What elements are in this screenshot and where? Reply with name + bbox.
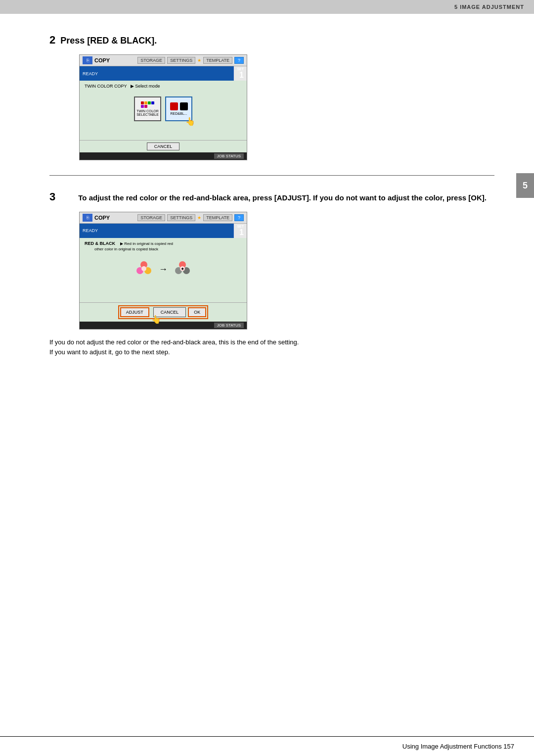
step-2-container: 2 Press [RED & BLACK]. ⎘ COPY STORAGE SE… [49,34,494,160]
star-icon-2: ★ [197,215,201,220]
dot-green [148,101,151,104]
mode-buttons-1: TWIN COLOR SELECTABLE RED&BL... 👆 [85,96,242,121]
page-footer: Using Image Adjustment Functions 157 [0,736,534,756]
red-black-label: RED&BL... [171,112,187,115]
dot-purple [141,105,144,108]
red-icon [170,102,178,110]
note-line-1: If you do not adjust the red color or th… [49,337,494,348]
ready-row-1: READY SET 1 [80,66,247,81]
dot-orange [144,101,147,104]
job-status-bar-1: JOB STATUS [80,152,247,160]
flower-svg-before [135,260,153,278]
red-black-icons [170,102,188,110]
copy-title-2: COPY [94,215,135,221]
screen-body-1: TWIN COLOR COPY ▶ Select mode [80,81,247,140]
svg-point-3 [141,266,146,271]
settings-btn-2[interactable]: SETTINGS [167,214,195,221]
copy-icon-symbol: ⎘ [87,58,89,63]
template-btn-1[interactable]: TEMPLATE [203,57,232,64]
main-content: 2 Press [RED & BLACK]. ⎘ COPY STORAGE SE… [0,14,534,756]
arrow-right-icon: → [159,264,168,275]
copy-header-2: ⎘ COPY STORAGE SETTINGS ★ TEMPLATE ? [80,212,247,224]
dot-pink [144,105,147,108]
set-label-1: SET [237,67,244,71]
highlight-box: ADJUST 👆 CANCEL OK [118,305,209,319]
screen-mode-label-2: RED & BLACK ▶ Red in original is copied … [85,241,242,252]
copy-header-1: ⎘ COPY STORAGE SETTINGS ★ TEMPLATE ? [80,55,247,66]
copy-icon-symbol-2: ⎘ [87,215,89,220]
header-section-label: 5 IMAGE ADJUSTMENT [454,4,524,10]
mode-text-1: TWIN COLOR COPY [85,84,127,89]
job-status-bar-2: JOB STATUS [80,322,247,329]
twin-color-selectable-btn[interactable]: TWIN COLOR SELECTABLE [134,96,161,121]
help-btn-2[interactable]: ? [234,214,244,221]
template-btn-2[interactable]: TEMPLATE [203,214,232,221]
dot-blue [151,101,154,104]
ready-label-2: READY [83,228,98,233]
step-3-title: To adjust the red color or the red-and-b… [78,192,487,204]
step-3-header: 3 To adjust the red color or the red-and… [49,190,494,204]
header-bar: 5 IMAGE ADJUSTMENT [0,0,534,14]
horizontal-rule-1 [49,175,494,176]
black-icon [180,102,188,110]
copy-icon: ⎘ [83,56,92,64]
footer-buttons-2: ADJUST 👆 CANCEL OK [80,302,247,322]
step-2-header: 2 Press [RED & BLACK]. [49,34,494,47]
job-status-btn-1[interactable]: JOB STATUS [214,153,244,159]
ok-button[interactable]: OK [188,307,206,317]
flower-svg-after: ✦ [174,260,191,278]
storage-btn-2[interactable]: STORAGE [137,214,165,221]
footer-text: Using Image Adjustment Functions 157 [402,743,514,750]
dot-red [141,101,144,104]
step-3-number: 3 [49,190,55,203]
screen-mockup-1: ⎘ COPY STORAGE SETTINGS ★ TEMPLATE ? REA… [79,54,247,160]
screen-footer-1: CANCEL [80,140,247,152]
flower-after: ✦ [174,260,191,280]
red-black-btn[interactable]: RED&BL... 👆 [165,96,192,121]
cancel-button-2[interactable]: CANCEL [153,307,186,317]
ready-bar-2: READY [80,224,233,238]
flower-before [135,260,153,280]
set-number-2: SET 1 [233,224,247,238]
adjust-button[interactable]: ADJUST [120,307,149,317]
set-value-2: 1 [237,228,244,237]
screen-mode-label-1: TWIN COLOR COPY ▶ Select mode [85,84,242,89]
screen-body-2: RED & BLACK ▶ Red in original is copied … [80,238,247,302]
job-status-btn-2[interactable]: JOB STATUS [214,323,244,328]
star-icon-1: ★ [197,58,201,63]
set-number-1: SET 1 [233,66,247,81]
ready-label-1: READY [83,71,98,76]
copy-icon-2: ⎘ [83,214,92,222]
ready-row-2: READY SET 1 [80,224,247,238]
ready-bar-1: READY [80,66,233,81]
mode-arrow-1: ▶ Select mode [131,84,160,89]
mode-text-2: RED & BLACK [85,241,115,246]
settings-btn-1[interactable]: SETTINGS [167,57,195,64]
help-btn-1[interactable]: ? [234,57,244,64]
step-3-container: 3 To adjust the red color or the red-and… [49,190,494,358]
note-container: If you do not adjust the red color or th… [49,337,494,358]
set-label-2: SET [237,225,244,228]
copy-title-1: COPY [94,57,135,63]
step-2-number: 2 [49,34,55,47]
step-2-title: Press [RED & BLACK]. [60,36,157,46]
storage-btn-1[interactable]: STORAGE [137,57,165,64]
cursor-hand-1: 👆 [185,117,195,126]
arrow-demo: → ✦ [85,260,242,280]
set-value-1: 1 [237,71,244,80]
cancel-button-1[interactable]: CANCEL [147,142,180,150]
twin-color-label: TWIN COLOR SELECTABLE [135,109,160,116]
color-dots-1 [141,101,155,108]
screen-mockup-2: ⎘ COPY STORAGE SETTINGS ★ TEMPLATE ? REA… [79,212,247,330]
note-line-2: If you want to adjust it, go to the next… [49,347,494,358]
svg-text:✦: ✦ [180,266,184,272]
